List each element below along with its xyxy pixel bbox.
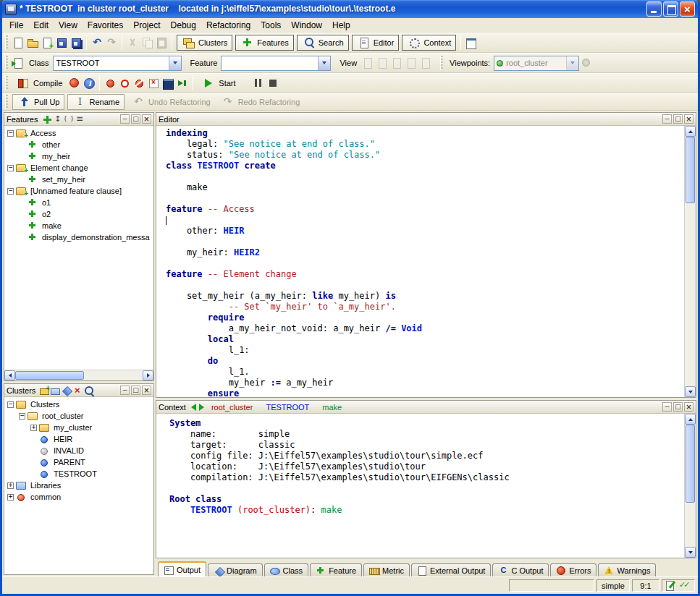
undo-icon[interactable] xyxy=(90,36,104,49)
tab-c-output[interactable]: C Output xyxy=(492,563,549,576)
breakpoints-remove-icon[interactable] xyxy=(132,77,146,90)
tree-item-libraries[interactable]: +Libraries xyxy=(4,480,153,491)
menu-help[interactable]: Help xyxy=(327,19,355,32)
close-icon[interactable] xyxy=(142,114,151,124)
breadcrumb-root-cluster[interactable]: root_cluster xyxy=(211,403,253,412)
menu-favorites[interactable]: Favorites xyxy=(83,19,128,32)
tab-feature[interactable]: Feature xyxy=(310,563,362,576)
tab-warnings[interactable]: Warnings xyxy=(598,563,656,576)
pull-up-button[interactable]: Pull Up xyxy=(12,94,64,110)
debug-exec-icon[interactable] xyxy=(176,77,189,90)
menu-refactoring[interactable]: Refactoring xyxy=(201,19,256,32)
close-icon[interactable] xyxy=(684,114,693,124)
breadcrumb-make[interactable]: make xyxy=(322,403,342,412)
new-document-icon[interactable] xyxy=(12,36,25,49)
expand-box[interactable]: + xyxy=(7,494,14,501)
tree-item-unnamed-feature-clause[interactable]: −[Unnamed feature clause] xyxy=(4,185,153,197)
collapse-box[interactable]: − xyxy=(7,188,14,195)
toolbar-grip[interactable] xyxy=(5,76,8,90)
tree-item-root-cluster[interactable]: −root_cluster xyxy=(4,410,153,422)
open-document-icon[interactable] xyxy=(26,36,39,49)
navigate-forward-icon[interactable] xyxy=(199,404,204,411)
feature-combo[interactable] xyxy=(221,56,331,71)
scroll-up-button[interactable] xyxy=(685,414,696,425)
viewpoints-combo[interactable]: root_cluster xyxy=(494,56,579,71)
tree-item-set-my-heir[interactable]: set_my_heir xyxy=(4,174,153,185)
tree-item-make[interactable]: make xyxy=(4,220,153,231)
tree-item-clusters[interactable]: −Clusters xyxy=(4,399,153,410)
context-toggle-button[interactable]: Context xyxy=(402,35,456,51)
tree-item-element-change[interactable]: −Element change xyxy=(4,162,153,174)
collapse-box[interactable]: − xyxy=(7,130,14,137)
class-combo[interactable]: TESTROOT xyxy=(53,56,182,71)
maximize-icon[interactable] xyxy=(131,114,140,124)
feature-combo-arrow-icon[interactable] xyxy=(318,56,330,70)
tab-external-output[interactable]: External Output xyxy=(411,563,491,576)
maximize-icon[interactable] xyxy=(673,402,683,412)
tree-item-my-cluster[interactable]: +my_cluster xyxy=(4,422,153,433)
expand-box[interactable]: + xyxy=(7,482,14,489)
scroll-thumb[interactable] xyxy=(686,425,695,503)
scroll-down-button[interactable] xyxy=(685,547,696,558)
stop-icon[interactable] xyxy=(266,77,279,90)
collapse-box[interactable]: − xyxy=(19,413,25,420)
tree-item-other[interactable]: other xyxy=(4,139,153,150)
collapse-box[interactable]: − xyxy=(7,165,14,171)
info-icon[interactable] xyxy=(83,77,96,90)
close-icon[interactable] xyxy=(684,402,693,412)
add-cluster-icon[interactable] xyxy=(39,385,50,396)
breadcrumb-testroot[interactable]: TESTROOT xyxy=(266,403,309,412)
maximize-icon[interactable] xyxy=(131,386,140,395)
scroll-right-button[interactable] xyxy=(143,370,153,380)
tab-diagram[interactable]: Diagram xyxy=(208,563,263,576)
scroll-track[interactable] xyxy=(685,425,696,547)
debug-console-icon[interactable] xyxy=(161,77,174,90)
minimize-icon[interactable] xyxy=(120,386,130,395)
tab-errors[interactable]: Errors xyxy=(550,563,596,576)
menu-view[interactable]: View xyxy=(54,19,83,32)
tree-item-testroot[interactable]: TESTROOT xyxy=(4,468,153,480)
tab-output[interactable]: Output xyxy=(158,561,206,576)
toolbar-grip[interactable] xyxy=(440,56,443,70)
minimize-icon[interactable] xyxy=(646,1,662,17)
delete-icon[interactable] xyxy=(72,385,83,396)
menu-file[interactable]: File xyxy=(4,19,28,32)
show-signature-icon[interactable] xyxy=(63,114,74,124)
scroll-track[interactable] xyxy=(15,370,143,380)
edit-state-icon[interactable] xyxy=(665,579,678,592)
compile-button[interactable]: Compile xyxy=(12,75,66,91)
external-commands-icon[interactable] xyxy=(465,36,478,49)
editor-code[interactable]: indexing legal: "See notice at end of cl… xyxy=(166,128,684,397)
toolbar-grip[interactable] xyxy=(5,35,8,50)
toolbar-grip[interactable] xyxy=(5,95,8,109)
save-icon[interactable] xyxy=(55,36,68,49)
close-icon[interactable] xyxy=(680,1,695,17)
tree-item-o1[interactable]: o1 xyxy=(4,197,153,208)
save-all-icon[interactable] xyxy=(69,36,83,49)
add-feature-icon[interactable] xyxy=(41,114,52,124)
search-cluster-icon[interactable] xyxy=(83,385,93,396)
scroll-up-button[interactable] xyxy=(685,126,696,137)
tree-item-my-heir[interactable]: my_heir xyxy=(4,150,153,162)
minimize-icon[interactable] xyxy=(120,114,130,124)
rename-button[interactable]: Rename xyxy=(67,94,125,110)
breakpoints-disable-icon[interactable] xyxy=(118,77,131,90)
tree-item-o2[interactable]: o2 xyxy=(4,208,153,220)
maximize-icon[interactable] xyxy=(673,114,683,124)
navigate-back-icon[interactable] xyxy=(191,404,196,411)
open-class-icon[interactable] xyxy=(12,56,25,69)
pause-icon[interactable] xyxy=(252,77,265,90)
editor-text-area[interactable]: indexing legal: "See notice at end of cl… xyxy=(156,126,684,397)
editor-vscrollbar[interactable] xyxy=(684,126,696,397)
editor-toggle-button[interactable]: Editor xyxy=(352,35,400,51)
compile-checks-icon[interactable] xyxy=(679,579,692,592)
tree-item-invalid[interactable]: INVALID xyxy=(4,445,153,456)
scroll-left-button[interactable] xyxy=(4,370,15,380)
scroll-thumb[interactable] xyxy=(686,137,695,203)
scroll-thumb[interactable] xyxy=(15,371,84,380)
search-toggle-button[interactable]: Search xyxy=(297,35,349,51)
features-hscrollbar[interactable] xyxy=(4,370,153,380)
add-library-icon[interactable] xyxy=(50,385,61,396)
collapse-box[interactable]: − xyxy=(7,401,14,408)
sort-features-icon[interactable] xyxy=(52,114,63,124)
